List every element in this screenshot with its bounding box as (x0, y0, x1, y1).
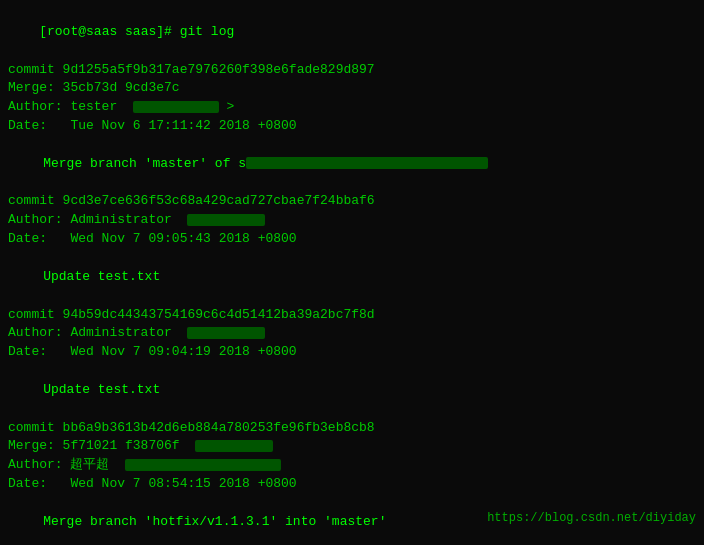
commit-hash-3: commit 94b59dc44343754169c6c4d51412ba39a… (8, 306, 696, 325)
blank-8 (8, 532, 696, 545)
blank-1 (8, 136, 696, 155)
terminal-window: [root@saas saas]# git log commit 9d1255a… (0, 0, 704, 545)
date-2: Date: Wed Nov 7 09:05:43 2018 +0800 (8, 230, 696, 249)
blank-5 (8, 362, 696, 381)
blank-7 (8, 494, 696, 513)
date-3: Date: Wed Nov 7 09:04:19 2018 +0800 (8, 343, 696, 362)
redact-merge-4 (195, 440, 273, 452)
author-1: Author: tester > (8, 98, 696, 117)
author-4: Author: 超平超 (8, 456, 696, 475)
date-4: Date: Wed Nov 7 08:54:15 2018 +0800 (8, 475, 696, 494)
blank-6 (8, 400, 696, 419)
msg-3: Update test.txt (8, 381, 696, 400)
date-1: Date: Tue Nov 6 17:11:42 2018 +0800 (8, 117, 696, 136)
commit-hash-4: commit bb6a9b3613b42d6eb884a780253fe96fb… (8, 419, 696, 438)
watermark: https://blog.csdn.net/diyiday (487, 511, 696, 525)
redact-3 (187, 327, 265, 339)
author-2: Author: Administrator (8, 211, 696, 230)
commit-hash-2: commit 9cd3e7ce636f53c68a429cad727cbae7f… (8, 192, 696, 211)
commit-hash-1: commit 9d1255a5f9b317ae7976260f398e6fade… (8, 61, 696, 80)
prompt-text: [root@saas saas]# git log (39, 24, 234, 39)
redact-4 (125, 459, 281, 471)
prompt-line: [root@saas saas]# git log (8, 4, 696, 61)
author-3: Author: Administrator (8, 324, 696, 343)
msg-1: Merge branch 'master' of s (8, 155, 696, 174)
redact-2 (187, 214, 265, 226)
blank-2 (8, 174, 696, 193)
merge-4: Merge: 5f71021 f38706f (8, 437, 696, 456)
msg-2: Update test.txt (8, 268, 696, 287)
redact-msg-1 (246, 157, 488, 169)
merge-1: Merge: 35cb73d 9cd3e7c (8, 79, 696, 98)
blank-3 (8, 249, 696, 268)
blank-4 (8, 287, 696, 306)
redact-1 (133, 101, 219, 113)
